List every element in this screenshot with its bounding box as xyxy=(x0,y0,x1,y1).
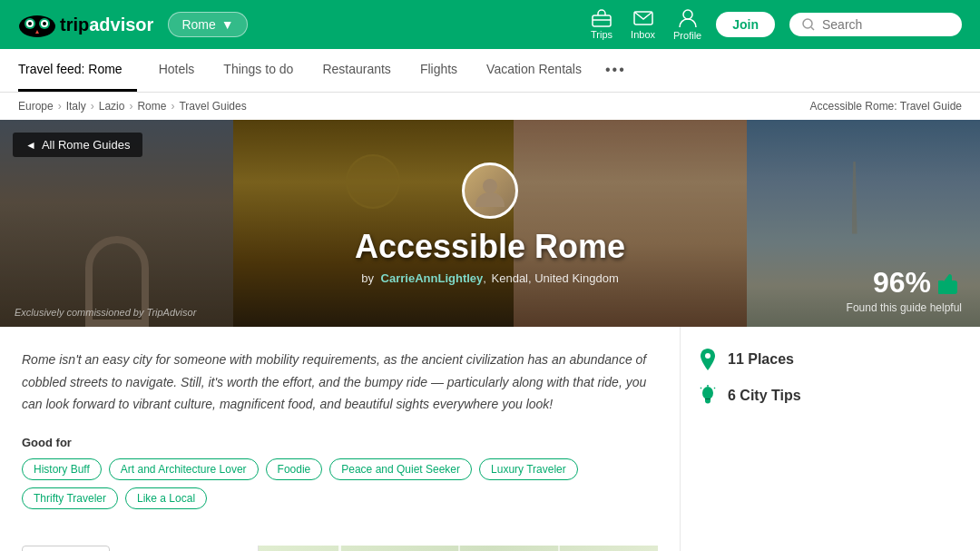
search-icon xyxy=(802,18,815,31)
tag-foodie[interactable]: Foodie xyxy=(266,458,323,480)
city-tips-stat: 6 City Tips xyxy=(699,385,916,407)
breadcrumb-italy[interactable]: Italy xyxy=(66,100,86,113)
search-box[interactable] xyxy=(789,13,962,36)
breadcrumb-lazio[interactable]: Lazio xyxy=(99,100,125,113)
profile-nav-item[interactable]: Profile xyxy=(673,8,701,41)
breadcrumb-travel-guides[interactable]: Travel Guides xyxy=(179,100,246,113)
trips-label: Trips xyxy=(591,29,612,40)
inbox-icon xyxy=(633,9,653,27)
inbox-nav-item[interactable]: Inbox xyxy=(631,9,655,40)
good-for-label: Good for xyxy=(22,436,658,449)
tag-thrifty-traveler[interactable]: Thrifty Traveler xyxy=(22,487,118,509)
breadcrumb-right-label: Accessible Rome: Travel Guide xyxy=(810,100,962,113)
location-selector[interactable]: Rome ▼ xyxy=(168,12,247,37)
chevron-down-icon: ▼ xyxy=(221,17,234,32)
guide-title: Accessible Rome xyxy=(355,228,625,266)
tag-history-buff[interactable]: History Buff xyxy=(22,458,102,480)
print-section: Print xyxy=(22,531,258,552)
thumbs-up-icon xyxy=(936,271,962,296)
author-location: Kendal, United Kingdom xyxy=(492,271,619,285)
svg-line-24 xyxy=(701,388,701,389)
breadcrumb: Europe › Italy › Lazio › Rome › Travel G… xyxy=(18,100,247,113)
map-preview[interactable]: Musei Vaticani Supreme Court Corte Supre… xyxy=(258,546,658,552)
tab-hotels[interactable]: Hotels xyxy=(144,49,210,92)
svg-point-20 xyxy=(705,353,710,359)
city-tips-count: 6 City Tips xyxy=(728,388,801,404)
print-button[interactable]: Print xyxy=(22,546,110,552)
brand-name: trip xyxy=(60,15,89,35)
hero-section: ◄ All Rome Guides Accessible Rome by Car… xyxy=(0,120,980,327)
trips-nav-item[interactable]: Trips xyxy=(591,9,612,40)
hero-rating: 96% Found this guide helpful xyxy=(847,266,962,314)
breadcrumb-sep-3: › xyxy=(129,100,132,113)
author-prefix: by xyxy=(361,271,374,285)
tag-art-architecture[interactable]: Art and Architecture Lover xyxy=(109,458,259,480)
svg-rect-8 xyxy=(593,15,611,26)
rating-percentage: 96% xyxy=(873,266,931,300)
owl-logo-icon xyxy=(18,12,56,37)
svg-point-0 xyxy=(19,15,55,37)
author-avatar xyxy=(462,162,518,219)
tag-peace-quiet[interactable]: Peace and Quiet Seeker xyxy=(329,458,472,480)
breadcrumb-sep-1: › xyxy=(58,100,62,113)
tab-travel-feed[interactable]: Travel feed: Rome xyxy=(18,49,137,92)
tripadvisor-logo[interactable]: tripadvisor xyxy=(18,12,153,37)
breadcrumb-europe[interactable]: Europe xyxy=(18,100,54,113)
trips-icon xyxy=(592,9,612,27)
svg-point-12 xyxy=(803,19,812,28)
commissioned-text: Exclusively commissioned by TripAdvisor xyxy=(15,307,196,318)
hero-content: Accessible Rome by CarrieAnnLightley, Ke… xyxy=(0,120,980,327)
svg-point-21 xyxy=(702,387,713,399)
avatar-silhouette-icon xyxy=(472,172,508,209)
rating-label: Found this guide helpful xyxy=(847,301,962,314)
tab-restaurants[interactable]: Restaurants xyxy=(308,49,405,92)
join-button[interactable]: Join xyxy=(716,12,775,37)
tab-flights[interactable]: Flights xyxy=(406,49,472,92)
lightbulb-icon xyxy=(699,385,717,407)
breadcrumb-rome[interactable]: Rome xyxy=(137,100,166,113)
svg-point-5 xyxy=(28,22,32,25)
site-header: tripadvisor Rome ▼ Trips Inbox xyxy=(0,0,980,49)
main-content-area: Rome isn't an easy city for someone with… xyxy=(0,327,980,551)
svg-rect-22 xyxy=(705,398,710,399)
profile-label: Profile xyxy=(673,30,701,41)
svg-rect-15 xyxy=(938,280,944,294)
breadcrumb-sep-4: › xyxy=(171,100,174,113)
tab-things-to-do[interactable]: Things to do xyxy=(209,49,308,92)
svg-line-25 xyxy=(714,388,715,389)
good-for-section: Good for History Buff Art and Architectu… xyxy=(22,436,658,509)
tab-vacation-rentals[interactable]: Vacation Rentals xyxy=(472,49,596,92)
breadcrumb-bar: Europe › Italy › Lazio › Rome › Travel G… xyxy=(0,93,980,120)
tags-container: History Buff Art and Architecture Lover … xyxy=(22,458,658,509)
svg-point-14 xyxy=(483,179,497,193)
print-and-map-row: Print Musei Vaticani Supreme Court Corte… xyxy=(22,531,658,552)
content-right: 11 Places 6 City Tips xyxy=(681,327,935,551)
tag-luxury-traveler[interactable]: Luxury Traveler xyxy=(479,458,578,480)
inbox-label: Inbox xyxy=(631,29,655,40)
tag-like-a-local[interactable]: Like a Local xyxy=(125,487,207,509)
svg-line-13 xyxy=(811,27,814,30)
breadcrumb-sep-2: › xyxy=(91,100,94,113)
author-link[interactable]: CarrieAnnLightley xyxy=(381,271,484,285)
guide-description: Rome isn't an easy city for someone with… xyxy=(22,349,658,416)
profile-icon xyxy=(679,8,697,28)
svg-point-6 xyxy=(43,22,46,25)
places-stat: 11 Places xyxy=(699,349,916,370)
header-nav-icons: Trips Inbox Profile xyxy=(591,8,701,41)
places-count: 11 Places xyxy=(728,351,794,368)
selected-location: Rome xyxy=(181,17,215,32)
content-left: Rome isn't an easy city for someone with… xyxy=(0,327,681,551)
nav-tabs-bar: Travel feed: Rome Hotels Things to do Re… xyxy=(0,49,980,93)
search-input[interactable] xyxy=(822,17,949,32)
svg-point-11 xyxy=(683,10,692,19)
guide-author-line: by CarrieAnnLightley, Kendal, United Kin… xyxy=(361,271,618,285)
map-pin-stat-icon xyxy=(699,349,717,370)
more-options-button[interactable]: ••• xyxy=(596,49,635,92)
